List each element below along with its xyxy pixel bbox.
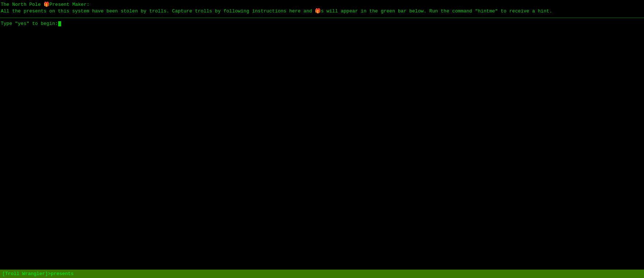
top-section: The North Pole 🎁Present Maker: All the p… [0, 0, 644, 15]
gift-icon-inline: 🎁 [315, 8, 321, 14]
divider [0, 18, 644, 18]
bottom-bar-command: presents [51, 271, 74, 277]
title-text: The North Pole 🎁Present Maker: [1, 2, 89, 7]
bottom-bar: [Troll Wrangler]> presents [0, 270, 644, 278]
description-line: All the presents on this system have bee… [1, 8, 643, 15]
prompt-line: Type "yes" to begin: [1, 21, 643, 26]
prompt-text: Type "yes" to begin: [1, 21, 58, 26]
bottom-bar-label: [Troll Wrangler]> [2, 271, 51, 277]
description-after: s will appear in the green bar below. Ru… [321, 8, 552, 14]
terminal: The North Pole 🎁Present Maker: All the p… [0, 0, 644, 278]
main-content: Type "yes" to begin: [0, 20, 644, 278]
cursor [58, 21, 61, 26]
title-line: The North Pole 🎁Present Maker: [1, 1, 643, 7]
description-before: All the presents on this system have bee… [1, 8, 315, 14]
